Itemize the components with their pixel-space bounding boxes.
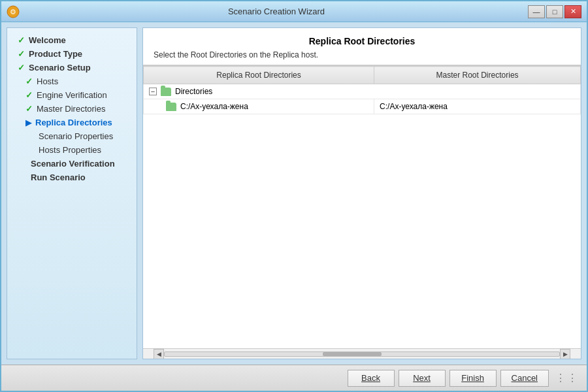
finish-button[interactable]: Finish: [449, 370, 497, 387]
master-path: C:/Ах-уехала-жена: [380, 102, 448, 111]
col-replica-header: Replica Root Directories: [144, 67, 374, 84]
minimize-button[interactable]: —: [528, 5, 545, 18]
maximize-button[interactable]: □: [546, 5, 563, 18]
folder-icon: [166, 103, 176, 111]
collapse-icon[interactable]: −: [149, 88, 157, 95]
panel-title: Replica Root Directories: [154, 36, 570, 46]
sidebar-item-run-scenario-label: Run Scenario: [31, 172, 86, 182]
sidebar-item-product-type[interactable]: ✓ Product Type: [7, 47, 137, 61]
main-content: ✓ Welcome ✓ Product Type ✓ Scenario Setu…: [1, 22, 587, 365]
panel-header: Replica Root Directories Select the Root…: [143, 28, 581, 65]
check-icon: ✓: [18, 63, 25, 73]
next-button[interactable]: Next: [399, 370, 446, 387]
check-icon: ✓: [25, 90, 33, 100]
replica-folder: C:/Ах-уехала-жена: [149, 102, 368, 111]
window-controls: — □ ✕: [528, 5, 581, 18]
horizontal-scrollbar[interactable]: [164, 351, 560, 357]
replica-path-cell: C:/Ах-уехала-жена: [144, 99, 374, 114]
sidebar-item-run-scenario[interactable]: Run Scenario: [7, 171, 137, 184]
cancel-button[interactable]: Cancel: [500, 370, 549, 387]
sidebar-item-hosts-label: Hosts: [37, 76, 58, 86]
check-icon: ✓: [18, 35, 25, 45]
sidebar-item-scenario-properties[interactable]: Scenario Properties: [7, 129, 137, 143]
sidebar-item-replica-directories[interactable]: ▶ Replica Directories: [7, 116, 137, 129]
sidebar-item-hosts-properties[interactable]: Hosts Properties: [7, 143, 137, 157]
close-button[interactable]: ✕: [564, 5, 581, 18]
directories-root-label: Directories: [175, 87, 212, 96]
scroll-left-button[interactable]: ◀: [154, 349, 164, 359]
table-row[interactable]: C:/Ах-уехала-жена C:/Ах-уехала-жена: [144, 99, 581, 114]
back-button[interactable]: Back: [348, 370, 395, 387]
directories-root-folder: − Directories: [149, 87, 575, 96]
sidebar-item-scenario-setup[interactable]: ✓ Scenario Setup: [7, 61, 137, 74]
check-icon: ✓: [18, 49, 25, 59]
sidebar-item-engine-verification-label: Engine Verification: [37, 90, 107, 100]
sidebar-item-scenario-verification-label: Scenario Verification: [31, 159, 115, 169]
title-bar: ⚙ Scenario Creation Wizard — □ ✕: [1, 1, 587, 22]
main-window: ⚙ Scenario Creation Wizard — □ ✕ ✓ Welco…: [0, 0, 588, 392]
directory-table-container[interactable]: Replica Root Directories Master Root Dir…: [143, 65, 581, 348]
svg-text:⚙: ⚙: [10, 8, 16, 16]
sidebar-item-scenario-setup-label: Scenario Setup: [29, 63, 91, 73]
sidebar-item-hosts[interactable]: ✓ Hosts: [7, 74, 137, 88]
sidebar-item-scenario-verification[interactable]: Scenario Verification: [7, 157, 137, 171]
directories-root-row[interactable]: − Directories: [144, 84, 581, 99]
replica-path: C:/Ах-уехала-жена: [180, 102, 248, 111]
directory-table: Replica Root Directories Master Root Dir…: [143, 66, 581, 114]
sidebar-item-engine-verification[interactable]: ✓ Engine Verification: [7, 88, 137, 102]
arrow-right-icon: ▶: [25, 118, 31, 127]
sidebar-item-welcome[interactable]: ✓ Welcome: [7, 33, 137, 47]
check-icon: ✓: [25, 104, 33, 114]
footer: Back Next Finish Cancel ⋮⋮: [1, 365, 587, 391]
sidebar-item-replica-directories-label: Replica Directories: [35, 118, 112, 127]
window-title: Scenario Creation Wizard: [25, 7, 528, 16]
footer-dots: ⋮⋮: [555, 372, 579, 384]
horizontal-scrollbar-area: ◀ ▶: [143, 348, 581, 359]
sidebar: ✓ Welcome ✓ Product Type ✓ Scenario Setu…: [7, 27, 137, 359]
sidebar-item-master-directories-label: Master Directories: [37, 104, 105, 114]
sidebar-item-welcome-label: Welcome: [29, 35, 66, 45]
sidebar-item-master-directories[interactable]: ✓ Master Directories: [7, 102, 137, 116]
scroll-right-button[interactable]: ▶: [560, 349, 570, 359]
right-panel: Replica Root Directories Select the Root…: [142, 27, 581, 359]
sidebar-item-product-type-label: Product Type: [29, 49, 82, 59]
sidebar-item-hosts-properties-label: Hosts Properties: [39, 145, 101, 155]
directories-root-cell: − Directories: [144, 84, 581, 99]
app-icon: ⚙: [7, 5, 20, 18]
col-master-header: Master Root Directories: [374, 67, 581, 84]
sidebar-item-scenario-properties-label: Scenario Properties: [39, 131, 113, 141]
check-icon: ✓: [25, 76, 33, 86]
scrollbar-thumb: [323, 352, 382, 356]
folder-icon: [161, 88, 171, 96]
master-path-cell: C:/Ах-уехала-жена: [374, 99, 581, 114]
panel-description: Select the Root Directories on the Repli…: [154, 50, 570, 59]
